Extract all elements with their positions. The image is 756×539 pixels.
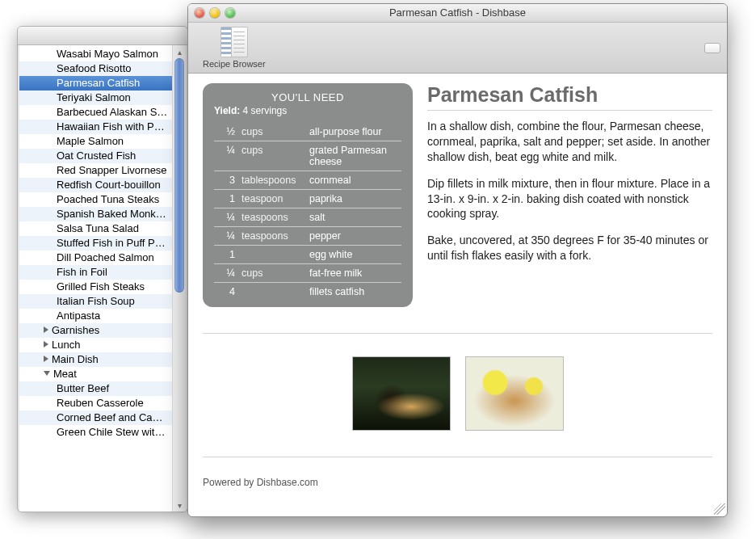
toolbar: Recipe Browser [188,23,727,74]
ingredient-unit: teaspoons [238,208,306,227]
sidebar-item-label: Wasabi Mayo Salmon [57,48,158,60]
toolbar-toggle-button[interactable] [704,43,720,53]
ingredient-amount: ¼ [214,141,238,171]
instruction-step: In a shallow dish, combine the flour, Pa… [427,119,712,165]
sidebar-item[interactable]: Dill Poached Salmon [19,251,186,265]
sidebar-item[interactable]: Stuffed Fish in Puff P… [19,236,186,251]
sidebar-item-label: Dill Poached Salmon [57,251,154,263]
sidebar-item[interactable]: Reuben Casserole [19,396,186,411]
sidebar-item[interactable]: Fish in Foil [19,265,186,280]
sidebar-item-label: Parmesan Catfish [57,77,140,89]
ingredient-name: pepper [306,227,401,246]
ingredient-row: 1teaspoonpaprika [214,190,401,208]
category-label: Lunch [52,339,80,351]
sidebar-item[interactable]: Grilled Fish Steaks [19,280,186,294]
ingredient-name: fillets catfish [306,283,401,301]
sidebar-item-label: Salsa Tuna Salad [57,222,139,234]
ingredients-title: YOU'LL NEED [214,91,401,103]
photo-strip [203,356,712,439]
sidebar-item-label: Stuffed Fish in Puff P… [57,237,166,249]
minimize-button[interactable] [210,8,220,18]
ingredient-unit [238,246,306,264]
sidebar-item-label: Maple Salmon [57,135,124,147]
chevron-right-icon [44,356,48,362]
ingredient-amount: ½ [214,123,238,141]
sidebar-item-label: Green Chile Stew wit… [57,426,165,438]
sidebar-item[interactable]: Butter Beef [19,381,186,396]
sidebar-item[interactable]: Teriyaki Salmon [19,91,186,105]
ingredient-row: 3tablespoonscornmeal [214,171,401,190]
resize-grip[interactable] [714,503,725,515]
sidebar-item[interactable]: Barbecued Alaskan S… [19,105,186,120]
category-label: Main Dish [52,353,99,365]
sidebar-category[interactable]: Garnishes [19,323,186,338]
sidebar-item[interactable]: Corned Beef and Ca… [19,411,186,425]
scroll-down-icon[interactable]: ▾ [173,499,186,512]
scroll-thumb[interactable] [174,58,184,293]
category-label: Garnishes [52,324,99,336]
yield-value: 4 servings [243,105,288,116]
powered-by: Powered by Dishbase.com [203,477,712,488]
ingredient-row: ½cupsall-purpose flour [214,123,401,141]
ingredient-row: ¼teaspoonssalt [214,208,401,227]
sidebar-item-label: Red Snapper Livornese [57,164,167,176]
ingredient-amount: 1 [214,246,238,264]
recipe-photo[interactable] [352,356,451,431]
sidebar-item[interactable]: Green Chile Stew wit… [19,425,186,440]
ingredient-unit: tablespoons [238,171,306,190]
sidebar-category[interactable]: Main Dish [19,352,186,367]
ingredient-unit: teaspoon [238,190,306,208]
ingredient-name: grated Parmesan cheese [306,141,401,171]
sidebar-item-label: Reuben Casserole [57,397,144,409]
close-button[interactable] [195,8,204,18]
ingredient-unit: cups [238,141,306,171]
ingredient-name: paprika [306,190,401,208]
recipe-browser-button[interactable]: Recipe Browser [198,25,271,70]
sidebar-item[interactable]: Redfish Court-bouillon [19,178,186,192]
sidebar-item[interactable]: Spanish Baked Monk… [19,207,186,221]
divider [203,457,712,457]
recipe-browser-label: Recipe Browser [203,59,266,69]
yield-label: Yield: [214,105,240,116]
sidebar-item[interactable]: Wasabi Mayo Salmon [19,47,186,61]
divider [203,333,712,334]
sidebar-item-label: Teriyaki Salmon [57,91,131,103]
ingredient-name: cornmeal [306,171,401,190]
category-label: Meat [53,368,77,380]
ingredient-unit [238,283,306,301]
recipe-title: Parmesan Catfish [427,83,712,111]
sidebar-item[interactable]: Maple Salmon [19,134,186,149]
ingredient-row: 1egg white [214,246,401,264]
sidebar-item-label: Fish in Foil [57,266,107,278]
zoom-button[interactable] [225,8,235,18]
scroll-up-icon[interactable]: ▴ [173,45,186,58]
chevron-right-icon [44,341,48,347]
window-titlebar: Parmesan Catfish - Dishbase [188,4,727,23]
ingredient-unit: teaspoons [238,227,306,246]
yield-line: Yield: 4 servings [214,105,401,116]
sidebar-item[interactable]: Salsa Tuna Salad [19,221,186,236]
ingredient-unit: cups [238,123,306,141]
sidebar-item-label: Antipasta [57,310,100,322]
sidebar-category[interactable]: Meat [19,367,186,381]
sidebar-item[interactable]: Parmesan Catfish [19,76,186,91]
ingredient-unit: cups [238,264,306,283]
sidebar-category[interactable]: Lunch [19,338,186,352]
sidebar-item[interactable]: Antipasta [19,309,186,323]
instructions-column: Parmesan Catfish In a shallow dish, comb… [427,83,712,307]
window-title: Parmesan Catfish - Dishbase [389,6,526,19]
sidebar-item[interactable]: Hawaiian Fish with P… [19,120,186,134]
recipe-photo[interactable] [465,356,564,431]
sidebar-item[interactable]: Seafood Risotto [19,61,186,76]
sidebar-item-label: Redfish Court-bouillon [57,179,161,191]
sidebar-item[interactable]: Poached Tuna Steaks [19,192,186,207]
ingredients-card: YOU'LL NEED Yield: 4 servings ½cupsall-p… [203,83,413,307]
sidebar-item[interactable]: Oat Crusted Fish [19,149,186,163]
sidebar-item[interactable]: Red Snapper Livornese [19,163,186,178]
sidebar-item[interactable]: Italian Fish Soup [19,294,186,309]
scrollbar[interactable]: ▴ ▾ [172,45,186,512]
sidebar-item-label: Hawaiian Fish with P… [57,120,165,133]
ingredient-amount: 3 [214,171,238,190]
ingredient-amount: ¼ [214,227,238,246]
instruction-step: Dip fillets in milk mixture, then in flo… [427,176,712,222]
